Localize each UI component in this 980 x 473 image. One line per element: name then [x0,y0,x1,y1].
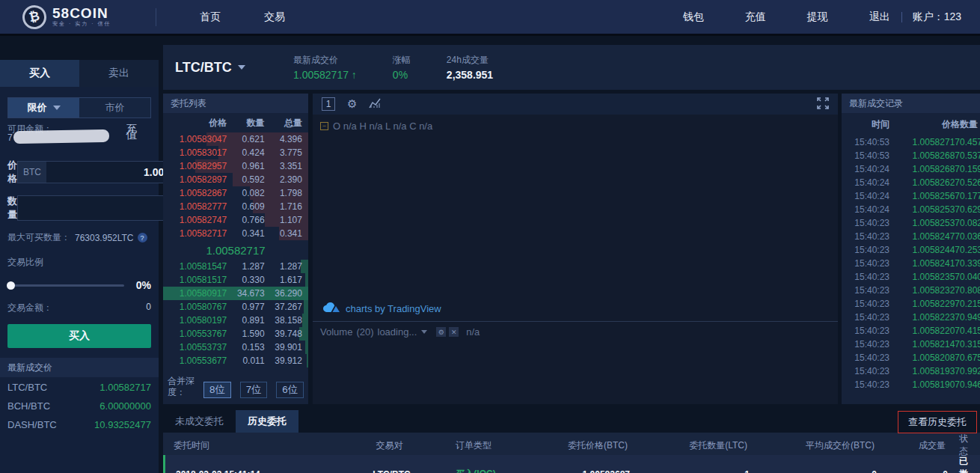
pair-price-row[interactable]: BCH/BTC 6.00000000 [7,397,151,415]
order-pair: LTC/BTC [352,469,431,473]
view-history-button[interactable]: 查看历史委托 [898,411,977,433]
trade-price: 1.00582357 [889,272,960,282]
ask-row[interactable]: 1.00582717 0.341 0.341 [163,227,308,240]
bid-price: 1.00580767 [168,302,227,312]
slider-thumb[interactable] [7,281,15,290]
fullscreen-icon[interactable] [817,97,829,112]
ask-row[interactable]: 1.00582867 0.082 1.798 [163,186,308,200]
gear-icon[interactable]: ⚙ [347,97,357,111]
logo[interactable]: ₿ 58COIN 安全 · 实力 · 信任 [22,5,135,29]
depth-bar [302,314,308,327]
bid-price: 1.00553767 [168,329,227,339]
order-price: 1.00582687 [521,469,633,473]
nav-link[interactable]: 首页 [200,10,221,24]
merge-depth-option[interactable]: 8位 [203,382,231,398]
trade-row: 15:40:23 1.00582237 0.949 [842,311,980,324]
tradingview-credit[interactable]: charts by TradingView [346,303,441,314]
study-remove-icon[interactable]: ✕ [449,327,459,337]
bid-row[interactable]: 1.00580767 0.977 37.267 [163,300,308,314]
trade-time: 15:40:23 [848,218,889,228]
ask-row[interactable]: 1.00582897 0.592 2.390 [163,173,308,186]
study-settings-icon[interactable]: ⚙ [436,327,446,337]
interval-button[interactable]: 1 [322,97,335,111]
amount-input[interactable] [18,196,177,220]
bid-row[interactable]: 1.00553677 0.011 39.912 [163,354,308,367]
tab-open-orders[interactable]: 未成交委托 [163,410,236,433]
bid-row[interactable]: 1.00553737 0.153 39.901 [163,341,308,354]
order-type-limit[interactable]: 限价 [8,98,79,118]
nav-link[interactable]: 交易 [264,10,285,24]
trade-row: 15:40:24 1.00582537 0.629 [842,203,980,216]
order-type-market[interactable]: 市价 [79,98,150,118]
trade-qty: 0.040 [960,272,980,282]
bid-row[interactable]: 1.00580197 0.891 38.158 [163,314,308,327]
ask-total: 1.107 [265,215,302,225]
order-type-switch: 限价 市价 [7,97,151,118]
ticker-bar: LTC/BTC 最新成交价 1.00582717 ↑ 涨幅 0% 24h成交量 … [163,45,980,90]
help-icon[interactable]: ? [138,233,147,242]
trade-row: 15:40:24 1.00582627 0.526 [842,176,980,189]
trade-price: 1.00582297 [889,299,960,309]
order-history-row[interactable]: 2018-02-03 15:41:14 LTC/BTC 买入(IOC) 1.00… [163,455,980,473]
order-filled-volume: 0 [880,469,951,473]
pair-price-row[interactable]: DASH/BTC 10.93252477 [7,416,151,433]
bid-total: 39.912 [265,355,302,366]
chart-style-icon[interactable] [369,98,381,111]
col-order-price: 委托价格(BTC) [518,439,631,452]
ask-row[interactable]: 1.00583017 0.424 3.775 [163,146,308,159]
bid-row[interactable]: 1.00581517 0.330 1.617 [163,273,308,287]
trade-time: 15:40:24 [848,177,889,188]
bid-row[interactable]: 1.00580917 34.673 36.290 [163,287,308,300]
chevron-down-icon[interactable] [421,330,427,334]
col-pair: 交易对 [350,439,429,452]
order-status: 已撤销 [951,455,980,473]
merge-depth-option[interactable]: 7位 [240,382,268,398]
ask-row[interactable]: 1.00582747 0.766 1.107 [163,213,308,227]
trade-qty: 0.253 [960,245,980,255]
bid-qty: 0.330 [227,275,264,285]
merge-depth-option[interactable]: 6位 [276,382,304,398]
nav-link[interactable]: 提现 [807,10,828,24]
ask-row[interactable]: 1.00582777 0.609 1.716 [163,200,308,213]
bid-row[interactable]: 1.00581547 1.287 1.287 [163,260,308,273]
trade-qty: 0.036 [960,231,980,242]
account-label: 账户：123 [913,10,961,24]
ask-row[interactable]: 1.00583047 0.621 4.396 [163,132,308,146]
change-label: 涨幅 [393,54,411,67]
bid-price: 1.00580197 [168,315,227,326]
trade-time: 15:40:23 [848,258,889,269]
trade-time: 15:40:23 [848,366,889,376]
tab-buy[interactable]: 买入 [0,60,79,87]
order-avg-price: 0 [753,469,880,473]
ratio-slider[interactable] [7,284,124,287]
price-currency-prefix: BTC [18,162,46,183]
order-type: 买入(IOC) [431,468,521,473]
order-qty: 1 [633,469,753,473]
nav-link[interactable]: 退出 [869,10,890,24]
ask-total: 2.390 [265,174,302,185]
btc-logo-icon: ₿ [20,3,49,31]
logo-tagline: 安全 · 实力 · 信任 [52,20,111,28]
trade-qty: 0.537 [960,150,980,161]
trade-row: 15:40:23 1.00581937 0.992 [842,364,980,378]
pair-selector[interactable]: LTC/BTC [175,60,257,76]
chart-plot-area[interactable]: − O n/a H n/a L n/a C n/a charts by Trad… [313,115,838,404]
trade-time: 15:40:23 [848,299,889,309]
trade-time: 15:40:23 [848,339,889,350]
bid-qty: 1.590 [227,329,264,339]
ask-row[interactable]: 1.00582957 0.961 3.351 [163,159,308,173]
trade-price: 1.00582147 [889,339,960,350]
pair-price-row[interactable]: LTC/BTC 1.00582717 [7,379,151,396]
nav-link[interactable]: 钱包 [683,10,704,24]
trade-price: 1.00582237 [889,312,960,323]
total-label: 交易金额： [7,302,52,314]
tab-sell[interactable]: 卖出 [79,60,159,87]
bid-row[interactable]: 1.00553767 1.590 39.748 [163,327,308,341]
deposit-link[interactable]: 充值 [126,124,138,144]
ask-list: 1.00583047 0.621 4.396 1.00583017 0.424 … [163,132,308,240]
pair-price: 1.00582717 [99,382,151,393]
tab-order-history[interactable]: 历史委托 [236,410,298,433]
collapse-icon[interactable]: − [320,122,328,130]
buy-button[interactable]: 买入 [7,324,151,348]
nav-link[interactable]: 充值 [745,10,766,24]
